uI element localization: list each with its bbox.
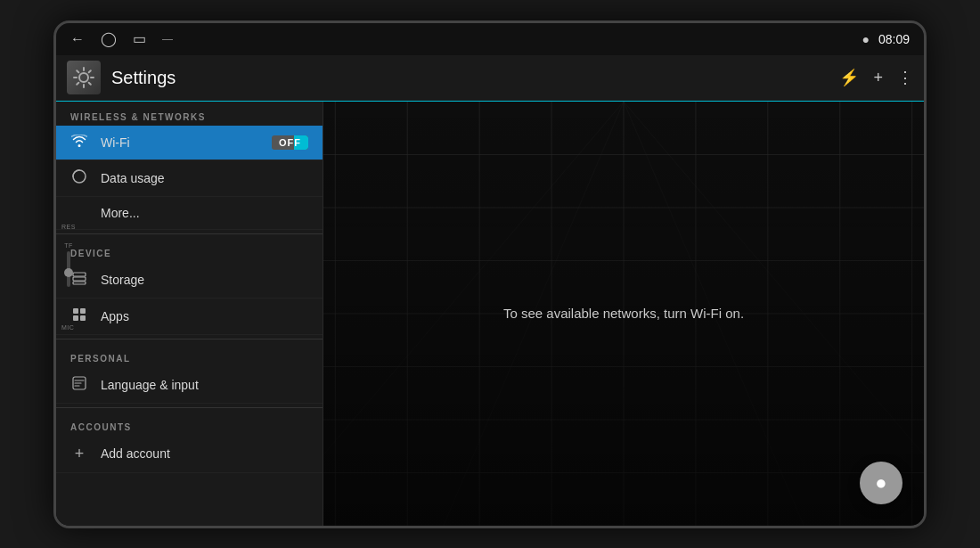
add-action-button[interactable]: + — [873, 69, 883, 87]
clock: 08:09 — [878, 32, 910, 46]
menu-item-data-usage[interactable]: Data usage — [56, 160, 323, 197]
res-label: RES — [61, 224, 76, 230]
add-account-label: Add account — [101, 446, 308, 461]
wifi-label: Wi-Fi — [101, 135, 259, 150]
apps-label: Apps — [101, 309, 308, 323]
menu-item-language[interactable]: Language & input — [56, 367, 323, 404]
mic-group: MIC — [61, 317, 76, 333]
more-action-button[interactable]: ⋮ — [897, 68, 913, 87]
divider-wireless-device — [56, 233, 323, 234]
more-label: More... — [101, 206, 308, 220]
language-icon — [70, 376, 88, 394]
wifi-off-message: To see available networks, turn Wi-Fi on… — [503, 306, 744, 321]
section-header-accounts: ACCOUNTS — [56, 412, 323, 436]
menu-item-storage[interactable]: Storage — [56, 262, 323, 299]
divider-personal-accounts — [56, 407, 323, 408]
wifi-icon — [70, 135, 88, 151]
status-bar: ← ◯ ▭ — ● 08:09 — [56, 23, 924, 55]
page-title: Settings — [111, 68, 829, 88]
language-label: Language & input — [101, 378, 308, 392]
app-bar-actions: ⚡ + ⋮ — [839, 68, 913, 87]
sidebar: WIRELESS & NETWORKS Wi-Fi OFF — [56, 102, 323, 526]
storage-label: Storage — [101, 273, 308, 287]
home-button[interactable]: ◯ — [101, 30, 117, 47]
recents-button[interactable]: ▭ — [133, 30, 146, 47]
menu-item-wifi[interactable]: Wi-Fi OFF — [56, 126, 323, 160]
device-frame: ← ◯ ▭ — ● 08:09 Settings ⚡ + ⋮ — [53, 20, 927, 528]
data-usage-icon — [70, 169, 88, 187]
status-icons: ● 08:09 — [862, 32, 910, 46]
app-icon — [67, 61, 101, 94]
res-group: RES — [61, 224, 76, 230]
svg-rect-6 — [80, 308, 86, 314]
main-content: WIRELESS & NETWORKS Wi-Fi OFF — [56, 102, 924, 526]
extra-nav-button[interactable]: — — [162, 33, 173, 45]
location-icon: ● — [862, 32, 869, 46]
add-account-icon: + — [70, 445, 88, 463]
wifi-toggle[interactable]: OFF — [272, 135, 308, 150]
app-bar: Settings ⚡ + ⋮ — [56, 55, 924, 102]
tf-label: TF — [64, 242, 73, 249]
content-area: To see available networks, turn Wi-Fi on… — [323, 102, 924, 526]
section-header-personal: PERSONAL — [56, 343, 323, 367]
svg-rect-8 — [80, 315, 86, 321]
divider-device-personal — [56, 339, 323, 339]
fab-icon: ● — [875, 471, 886, 495]
section-header-device: DEVICE — [56, 238, 323, 262]
tf-group: TF — [61, 242, 76, 287]
svg-point-0 — [79, 73, 88, 82]
menu-item-apps[interactable]: Apps — [56, 299, 323, 335]
menu-item-more[interactable]: More... — [56, 197, 323, 230]
flash-action-button[interactable]: ⚡ — [839, 68, 859, 87]
menu-item-add-account[interactable]: + Add account — [56, 436, 323, 473]
section-header-wireless: WIRELESS & NETWORKS — [56, 102, 323, 126]
nav-buttons: ← ◯ ▭ — — [70, 30, 173, 47]
wifi-toggle-text: OFF — [279, 137, 301, 148]
tf-slider[interactable] — [67, 251, 70, 287]
side-labels: RES TF MIC — [61, 224, 76, 333]
back-button[interactable]: ← — [70, 31, 85, 47]
fab-button[interactable]: ● — [860, 462, 902, 504]
data-usage-label: Data usage — [101, 171, 308, 185]
mic-label: MIC — [61, 324, 74, 331]
tf-slider-thumb[interactable] — [64, 268, 73, 277]
